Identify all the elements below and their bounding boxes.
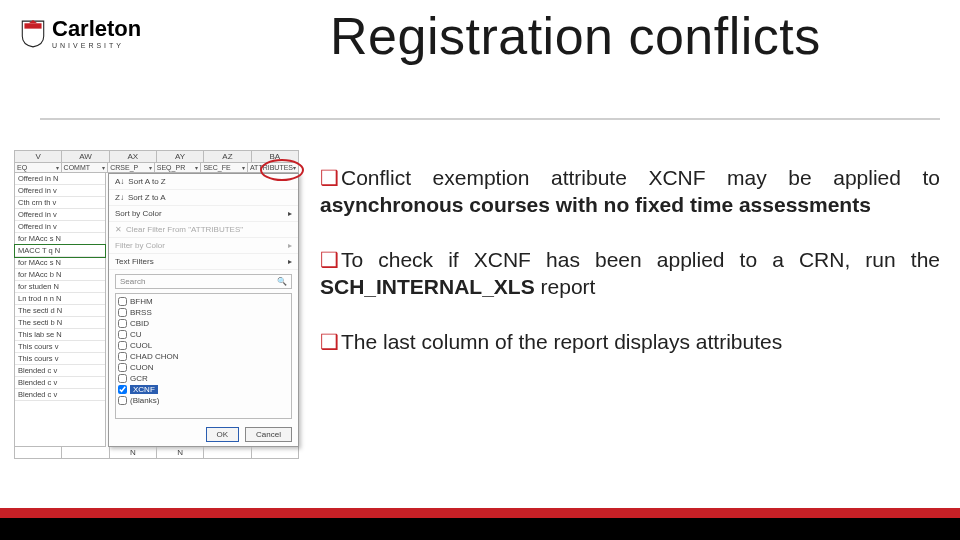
col-letter: V — [15, 151, 62, 162]
cell — [204, 447, 251, 458]
sort-by-color[interactable]: Sort by Color▸ — [109, 206, 298, 222]
cell: for studen N — [15, 281, 105, 293]
filter-option[interactable]: BFHM — [118, 296, 289, 307]
filter-arrow-icon[interactable]: ▾ — [149, 164, 152, 171]
cell: N — [110, 447, 157, 458]
clear-filter: ✕Clear Filter From "ATTRIBUTES" — [109, 222, 298, 238]
filter-arrow-icon[interactable]: ▾ — [56, 164, 59, 171]
cell: for MAcc s N — [15, 257, 105, 269]
col-letter: AY — [157, 151, 204, 162]
filter-option[interactable]: GCR — [118, 373, 289, 384]
bullet-icon: ❑ — [320, 166, 339, 189]
cell: Blended c v — [15, 365, 105, 377]
cell: The secti b N — [15, 317, 105, 329]
filter-option[interactable]: CHAD CHON — [118, 351, 289, 362]
header-cell[interactable]: CRSE_P▾ — [108, 163, 155, 172]
bullet-3: ❑The last column of the report displays … — [320, 329, 940, 356]
filter-checkbox-list: BFHM BRSS CBID CU CUOL CHAD CHON CUON GC… — [115, 293, 292, 419]
bullet-1: ❑Conflict exemption attribute XCNF may b… — [320, 165, 940, 219]
header-cell[interactable]: EQ▾ — [15, 163, 62, 172]
filter-search-input[interactable]: Search🔍 — [115, 274, 292, 289]
divider — [40, 118, 940, 120]
cell: N — [157, 447, 204, 458]
cell: Blended c v — [15, 389, 105, 401]
filter-option[interactable]: CBID — [118, 318, 289, 329]
filter-arrow-icon[interactable]: ▾ — [242, 164, 245, 171]
slide-title: Registration conflicts — [330, 6, 821, 66]
filter-dropdown-menu: A↓Sort A to Z Z↓Sort Z to A Sort by Colo… — [108, 173, 299, 447]
footer-bar-red — [0, 508, 960, 518]
university-logo: Carleton UNIVERSITY — [20, 18, 141, 49]
filter-option[interactable]: BRSS — [118, 307, 289, 318]
cell: Offered in N — [15, 173, 105, 185]
bullet-icon: ❑ — [320, 248, 339, 271]
cell — [15, 447, 62, 458]
cell: MACC T q N — [15, 245, 105, 257]
filter-arrow-icon[interactable]: ▾ — [195, 164, 198, 171]
logo-subtext: UNIVERSITY — [52, 42, 141, 49]
bullet-2: ❑To check if XCNF has been applied to a … — [320, 247, 940, 301]
header-cell[interactable]: COMMT▾ — [62, 163, 109, 172]
filter-option-xcnf[interactable]: XCNF — [118, 384, 289, 395]
filter-option[interactable]: CUOL — [118, 340, 289, 351]
header-cell[interactable]: SEQ_PR▾ — [155, 163, 202, 172]
cell: for MAcc s N — [15, 233, 105, 245]
clear-filter-icon: ✕ — [115, 225, 122, 234]
filter-by-color: Filter by Color▸ — [109, 238, 298, 254]
excel-column-letters: V AW AX AY AZ BA — [14, 150, 299, 163]
cell: Cth crn th v — [15, 197, 105, 209]
cell: Offered in v — [15, 185, 105, 197]
filter-option[interactable]: (Blanks) — [118, 395, 289, 406]
cell — [62, 447, 109, 458]
cell — [252, 447, 298, 458]
cell: Offered in v — [15, 221, 105, 233]
bullet-icon: ❑ — [320, 330, 339, 353]
header-cell-attributes[interactable]: ATTRIBUTES▾ — [248, 163, 298, 172]
filter-arrow-icon[interactable]: ▾ — [102, 164, 105, 171]
body-text: ❑Conflict exemption attribute XCNF may b… — [320, 165, 940, 383]
filter-option[interactable]: CUON — [118, 362, 289, 373]
cell: The secti d N — [15, 305, 105, 317]
annotation-circle — [260, 159, 304, 181]
excel-header-row: EQ▾ COMMT▾ CRSE_P▾ SEQ_PR▾ SEC_FE▾ ATTRI… — [14, 163, 299, 173]
cell: for MAcc b N — [15, 269, 105, 281]
logo-wordmark: Carleton — [52, 18, 141, 40]
cell: Offered in v — [15, 209, 105, 221]
footer-bar-black — [0, 518, 960, 540]
excel-screenshot: V AW AX AY AZ BA EQ▾ COMMT▾ CRSE_P▾ SEQ_… — [14, 150, 299, 459]
ok-button[interactable]: OK — [206, 427, 240, 442]
cell: Ln trod n n N — [15, 293, 105, 305]
cell: This cours v — [15, 341, 105, 353]
sort-asc-icon: A↓ — [115, 177, 124, 186]
excel-data-column: Offered in N Offered in v Cth crn th v O… — [14, 173, 106, 447]
cell: This cours v — [15, 353, 105, 365]
filter-option[interactable]: CU — [118, 329, 289, 340]
col-letter: AW — [62, 151, 109, 162]
search-icon: 🔍 — [277, 277, 287, 286]
cancel-button[interactable]: Cancel — [245, 427, 292, 442]
col-letter: AX — [110, 151, 157, 162]
header-cell[interactable]: SEC_FE▾ — [201, 163, 248, 172]
text-filters[interactable]: Text Filters▸ — [109, 254, 298, 270]
excel-bottom-row: N N — [14, 447, 299, 459]
cell: Blended c v — [15, 377, 105, 389]
sort-desc-icon: Z↓ — [115, 193, 124, 202]
cell: This lab se N — [15, 329, 105, 341]
col-letter: AZ — [204, 151, 251, 162]
shield-icon — [20, 19, 46, 49]
sort-desc[interactable]: Z↓Sort Z to A — [109, 190, 298, 206]
